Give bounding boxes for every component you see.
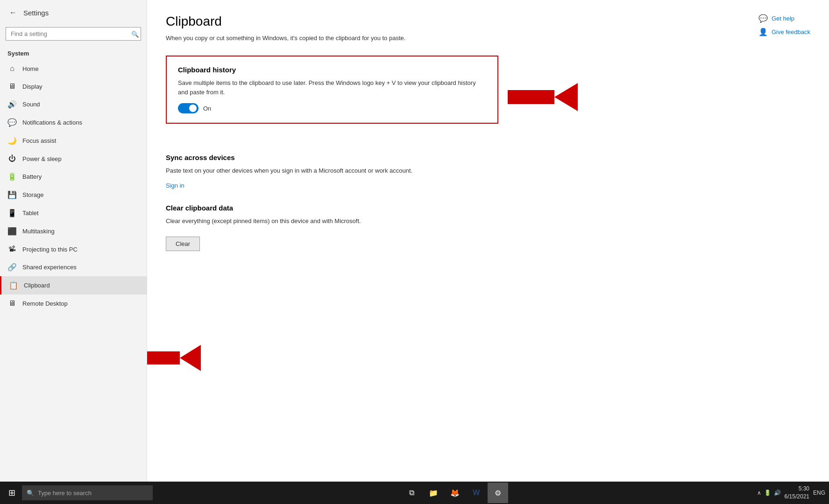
nav-label: Power & sleep bbox=[22, 155, 139, 162]
tablet-icon: 📱 bbox=[7, 209, 17, 217]
time-display[interactable]: 5:30 6/15/2021 bbox=[785, 485, 809, 501]
clear-section: Clear clipboard data Clear everything (e… bbox=[166, 204, 530, 252]
sidebar-item-storage[interactable]: 💾 Storage bbox=[0, 186, 147, 204]
sign-in-button[interactable]: Sign in bbox=[166, 182, 184, 189]
time: 5:30 bbox=[785, 485, 809, 493]
sidebar-header: ← Settings bbox=[0, 0, 147, 25]
red-arrow-history bbox=[508, 83, 578, 111]
taskbar-search-icon: 🔍 bbox=[27, 490, 34, 497]
date: 6/15/2021 bbox=[785, 493, 809, 501]
focus-icon: 🌙 bbox=[7, 136, 17, 145]
back-button[interactable]: ← bbox=[7, 7, 19, 19]
clipboard-history-toggle[interactable] bbox=[178, 103, 198, 113]
sidebar-item-shared[interactable]: 🔗 Shared experiences bbox=[0, 258, 147, 276]
display-icon: 🖥 bbox=[7, 82, 17, 91]
taskbar-middle: ⧉ 📁 🦊 W ⚙ bbox=[402, 483, 508, 503]
remote-icon: 🖥 bbox=[7, 299, 17, 308]
main-content: 💬 Get help 👤 Give feedback Clipboard Whe… bbox=[147, 0, 829, 482]
sync-desc: Paste text on your other devices when yo… bbox=[166, 166, 474, 175]
toggle-row: On bbox=[178, 103, 486, 113]
battery-icon: 🔋 bbox=[7, 172, 17, 181]
volume-icon[interactable]: 🔊 bbox=[774, 490, 781, 496]
projecting-icon: 📽 bbox=[7, 245, 17, 253]
taskbar-search[interactable]: 🔍 Type here to search bbox=[22, 485, 153, 500]
give-feedback-icon: 👤 bbox=[758, 28, 768, 36]
app-title: Settings bbox=[23, 9, 49, 17]
taskbar: ⊞ 🔍 Type here to search ⧉ 📁 🦊 W ⚙ ∧ 🔋 🔊 … bbox=[0, 482, 829, 504]
sidebar-item-projecting[interactable]: 📽 Projecting to this PC bbox=[0, 240, 147, 258]
word-button[interactable]: W bbox=[466, 483, 487, 503]
sidebar-item-tablet[interactable]: 📱 Tablet bbox=[0, 204, 147, 222]
sidebar-item-battery[interactable]: 🔋 Battery bbox=[0, 168, 147, 186]
sidebar-item-multitasking[interactable]: ⬛ Multitasking bbox=[0, 222, 147, 240]
sidebar-item-notifications[interactable]: 💬 Notifications & actions bbox=[0, 113, 147, 132]
firefox-button[interactable]: 🦊 bbox=[445, 483, 465, 503]
nav-label: Tablet bbox=[22, 210, 139, 217]
taskbar-left: ⊞ 🔍 Type here to search bbox=[4, 485, 153, 501]
sidebar-item-clipboard[interactable]: 📋 Clipboard bbox=[0, 276, 147, 294]
search-box: 🔍 bbox=[6, 27, 141, 41]
sidebar-arrow-indicator bbox=[147, 345, 201, 371]
search-input[interactable] bbox=[6, 27, 141, 41]
nav-label: Sound bbox=[22, 101, 139, 108]
tray-chevron[interactable]: ∧ bbox=[757, 490, 761, 496]
nav-list: ⌂ Home 🖥 Display 🔊 Sound 💬 Notifications… bbox=[0, 60, 147, 482]
nav-label: Home bbox=[22, 65, 139, 72]
storage-icon: 💾 bbox=[7, 190, 17, 199]
battery-tray-icon: 🔋 bbox=[764, 490, 771, 496]
sound-icon: 🔊 bbox=[7, 100, 17, 109]
sidebar-item-sound[interactable]: 🔊 Sound bbox=[0, 95, 147, 113]
page-description: When you copy or cut something in Window… bbox=[166, 35, 493, 42]
system-tray: ∧ 🔋 🔊 bbox=[757, 490, 781, 496]
clear-button[interactable]: Clear bbox=[166, 237, 200, 251]
help-links: 💬 Get help 👤 Give feedback bbox=[758, 14, 810, 36]
nav-label: Projecting to this PC bbox=[22, 246, 139, 253]
nav-label: Multitasking bbox=[22, 228, 139, 235]
nav-label: Remote Desktop bbox=[22, 300, 139, 307]
home-icon: ⌂ bbox=[7, 64, 17, 73]
sidebar-item-remote[interactable]: 🖥 Remote Desktop bbox=[0, 294, 147, 312]
nav-label: Display bbox=[22, 83, 139, 90]
sidebar-item-focus[interactable]: 🌙 Focus assist bbox=[0, 132, 147, 150]
give-feedback-label: Give feedback bbox=[772, 28, 810, 35]
page-title: Clipboard bbox=[166, 14, 810, 29]
give-feedback-button[interactable]: 👤 Give feedback bbox=[758, 28, 810, 36]
nav-label: Battery bbox=[22, 173, 139, 180]
notifications-icon: 💬 bbox=[7, 118, 17, 127]
clipboard-history-title: Clipboard history bbox=[178, 66, 486, 74]
get-help-icon: 💬 bbox=[758, 14, 768, 23]
nav-label: Focus assist bbox=[22, 137, 139, 144]
toggle-slider bbox=[178, 103, 198, 113]
shared-icon: 🔗 bbox=[7, 263, 17, 272]
clipboard-icon: 📋 bbox=[9, 281, 18, 290]
task-view-button[interactable]: ⧉ bbox=[402, 483, 422, 503]
file-explorer-button[interactable]: 📁 bbox=[423, 483, 444, 503]
nav-label: Storage bbox=[22, 191, 139, 198]
sync-title: Sync across devices bbox=[166, 154, 530, 161]
toggle-label: On bbox=[203, 105, 211, 112]
nav-label: Shared experiences bbox=[22, 264, 139, 271]
settings-taskbar-button[interactable]: ⚙ bbox=[488, 483, 508, 503]
language-indicator[interactable]: ENG bbox=[813, 490, 825, 496]
sync-section: Sync across devices Paste text on your o… bbox=[166, 154, 530, 189]
clipboard-history-section: Clipboard history Save multiple items to… bbox=[166, 56, 498, 124]
sidebar-item-display[interactable]: 🖥 Display bbox=[0, 77, 147, 95]
power-icon: ⏻ bbox=[7, 154, 17, 163]
clear-desc: Clear everything (except pinned items) o… bbox=[166, 217, 474, 226]
clear-title: Clear clipboard data bbox=[166, 204, 530, 212]
start-button[interactable]: ⊞ bbox=[4, 485, 20, 501]
sidebar: ← Settings 🔍 System ⌂ Home 🖥 Display 🔊 S… bbox=[0, 0, 147, 482]
get-help-button[interactable]: 💬 Get help bbox=[758, 14, 810, 23]
nav-label: Notifications & actions bbox=[22, 119, 139, 126]
taskbar-right: ∧ 🔋 🔊 5:30 6/15/2021 ENG bbox=[757, 485, 825, 501]
sidebar-item-power[interactable]: ⏻ Power & sleep bbox=[0, 150, 147, 168]
system-label: System bbox=[0, 46, 147, 60]
clipboard-history-desc: Save multiple items to the clipboard to … bbox=[178, 78, 486, 97]
nav-label: Clipboard bbox=[24, 282, 139, 289]
taskbar-search-text: Type here to search bbox=[38, 490, 92, 497]
sidebar-item-home[interactable]: ⌂ Home bbox=[0, 60, 147, 77]
multitasking-icon: ⬛ bbox=[7, 227, 17, 236]
search-icon-button[interactable]: 🔍 bbox=[131, 30, 139, 37]
get-help-label: Get help bbox=[772, 15, 794, 22]
